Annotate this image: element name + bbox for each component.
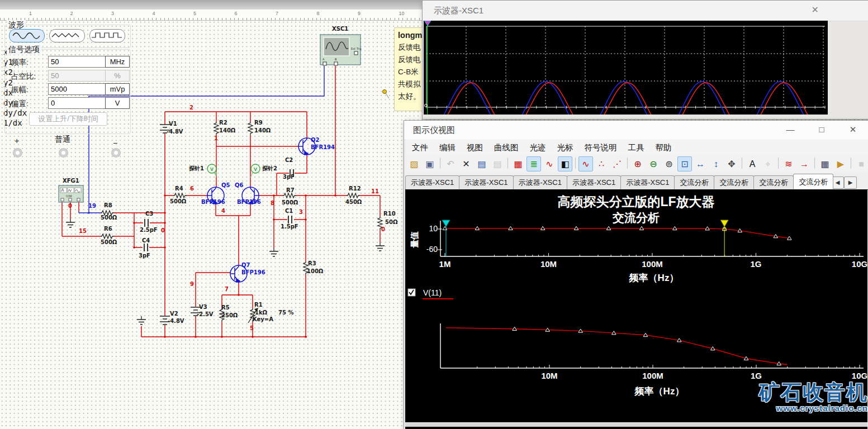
square-wave-button[interactable] [89, 29, 125, 42]
stop-icon[interactable]: ■ [854, 156, 868, 171]
show-legend-icon[interactable]: ≣ [527, 156, 541, 171]
line-mode-icon[interactable]: ∿ [578, 156, 593, 171]
dot-line-mode-icon[interactable]: ⋰ [610, 156, 624, 171]
graph-properties-icon[interactable]: ∿ [542, 156, 557, 171]
menu-item[interactable]: 工具 [623, 140, 650, 155]
undo-icon[interactable]: ↶ [443, 156, 458, 171]
menu-item[interactable]: 文件 [406, 140, 434, 155]
sine-wave-button[interactable] [9, 29, 45, 42]
menu-item[interactable]: 曲线图 [488, 140, 524, 155]
menu-item[interactable]: 编辑 [434, 140, 461, 155]
fg-unit-selector[interactable]: % [105, 70, 130, 82]
schematic-label: 11 [371, 188, 379, 194]
svg-text:频率（Hz）: 频率（Hz） [629, 273, 679, 283]
tab-scroll-right-icon[interactable]: ▶ [844, 177, 857, 189]
grapher-window: 图示仪视图 — □ ✕ 文件编辑视图曲线图光迹光标符号说明工具帮助 ▨▣↶✕▤▤… [404, 120, 868, 429]
menu-item[interactable]: 视图 [461, 140, 488, 155]
close-icon[interactable]: ✕ [812, 4, 819, 15]
menu-item[interactable]: 光标 [552, 140, 579, 155]
plus-terminal-label: + [15, 136, 19, 145]
export-to-excel-icon[interactable]: → [797, 156, 812, 171]
fg-unit-selector[interactable]: MHz [105, 56, 130, 68]
watermark-text: 矿石收音机 [728, 382, 867, 404]
schematic-label: R8 [104, 202, 112, 208]
probe-1-icon[interactable]: V [207, 164, 217, 178]
fg-field-input[interactable] [48, 70, 106, 82]
grapher-tab[interactable]: 交流分析 [714, 175, 754, 189]
schematic-label: 探针1 [189, 165, 204, 171]
minimize-icon[interactable]: — [785, 125, 795, 134]
schematic-label: 0 [381, 226, 385, 232]
set-rise-fall-time-button[interactable]: 设置上升/下降时间 [29, 112, 107, 126]
close-icon[interactable]: ✕ [848, 125, 858, 135]
scope-cursor-handle[interactable] [424, 21, 431, 26]
zoom-out-icon[interactable]: ⊖ [646, 156, 661, 171]
grapher-tab[interactable]: 示波器-XSC1 [620, 175, 675, 189]
add-text-icon[interactable]: A [745, 156, 760, 171]
plot-cursor-1-handle[interactable] [442, 220, 450, 227]
zoom-x-icon[interactable]: ↔ [693, 156, 708, 171]
fg-unit-selector[interactable]: mVp [105, 83, 130, 95]
ruler-number: 10 [399, 11, 405, 16]
schematic-label: Key=A [253, 316, 273, 322]
grapher-titlebar[interactable]: 图示仪视图 — □ ✕ [404, 121, 868, 140]
show-coordinates-icon[interactable]: ⌖ [761, 156, 775, 171]
zoom-area-icon[interactable]: ⊡ [677, 156, 692, 171]
schematic-label: BFP196 [241, 269, 265, 275]
schematic-label: 500Ω [101, 214, 117, 221]
schematic-label: 3pF [139, 252, 150, 259]
schematic-label: 500Ω [282, 199, 298, 206]
copy-icon[interactable]: ▤ [475, 156, 489, 171]
triangle-wave-button[interactable] [49, 29, 85, 42]
ground-symbol [376, 242, 385, 251]
svg-text:10M: 10M [541, 371, 557, 380]
ruler-number: 8 [317, 11, 320, 16]
zoom-restore-icon[interactable]: ⊚ [662, 156, 676, 171]
menu-item[interactable]: 帮助 [650, 140, 677, 155]
fg-field-input[interactable] [48, 83, 106, 95]
schematic-label: V2 [170, 311, 178, 317]
black-white-icon[interactable]: ◧ [558, 156, 572, 171]
signal-options-group-label: 信号选项 [7, 45, 41, 55]
show-grid-icon[interactable]: ▦ [511, 156, 525, 171]
schematic-label: -4.8V [167, 128, 183, 135]
export-labview-icon[interactable]: ▶ [833, 156, 848, 171]
export-table-icon[interactable]: ▦ [818, 156, 832, 171]
grapher-tab[interactable]: 示波器-XSC1 [567, 175, 621, 189]
zoom-in-icon[interactable]: ⊕ [630, 156, 645, 171]
open-icon[interactable]: ▨ [407, 156, 421, 171]
grapher-tab[interactable]: 交流分析 [674, 175, 714, 189]
grapher-tab[interactable]: 示波器-XSC1 [459, 175, 513, 189]
grapher-tab[interactable]: 示波器-XSC1 [513, 175, 567, 189]
grapher-tab[interactable]: 交流分析 [793, 174, 833, 189]
menu-item[interactable]: 光迹 [524, 140, 552, 155]
phase-curve [446, 328, 788, 365]
grapher-tab[interactable]: 交流分析 [753, 175, 794, 189]
plot-cursor-2-handle[interactable] [720, 220, 728, 227]
menu-item[interactable]: 符号说明 [579, 140, 623, 155]
maximize-icon[interactable]: □ [817, 125, 827, 134]
delete-icon[interactable]: ✕ [459, 156, 473, 171]
schematic-label: 2.5pF [140, 227, 158, 233]
svg-text:-60: -60 [426, 245, 438, 254]
fg-unit-selector[interactable]: V [105, 97, 130, 109]
function-generator-xfg1-icon[interactable]: COM [59, 185, 83, 202]
ruler-number: 4 [153, 11, 155, 16]
svg-text:1G: 1G [750, 259, 761, 269]
zoom-y-icon[interactable]: ↕ [709, 156, 723, 171]
toolbar-separator [440, 158, 440, 169]
grapher-tab[interactable]: 示波器-XSC1 [405, 175, 459, 189]
probe-2-icon[interactable]: V [250, 164, 260, 178]
paste-icon[interactable]: ▤ [490, 156, 505, 171]
pan-icon[interactable]: ✥ [724, 156, 739, 171]
schematic-label: Q6 [235, 182, 243, 188]
overlay-traces-icon[interactable]: ≋ [781, 156, 796, 171]
grapher-menubar: 文件编辑视图曲线图光迹光标符号说明工具帮助 [406, 140, 868, 155]
fg-field-input[interactable] [48, 97, 106, 109]
schematic-label: 探针2 [262, 165, 277, 171]
oscilloscope-titlebar[interactable]: 示波器-XSC1 ✕ [423, 1, 868, 21]
dot-mode-icon[interactable]: ∴ [594, 156, 609, 171]
fg-field-input[interactable] [48, 56, 106, 68]
save-icon[interactable]: ▣ [423, 156, 437, 171]
ruler-number: 9 [358, 11, 361, 16]
